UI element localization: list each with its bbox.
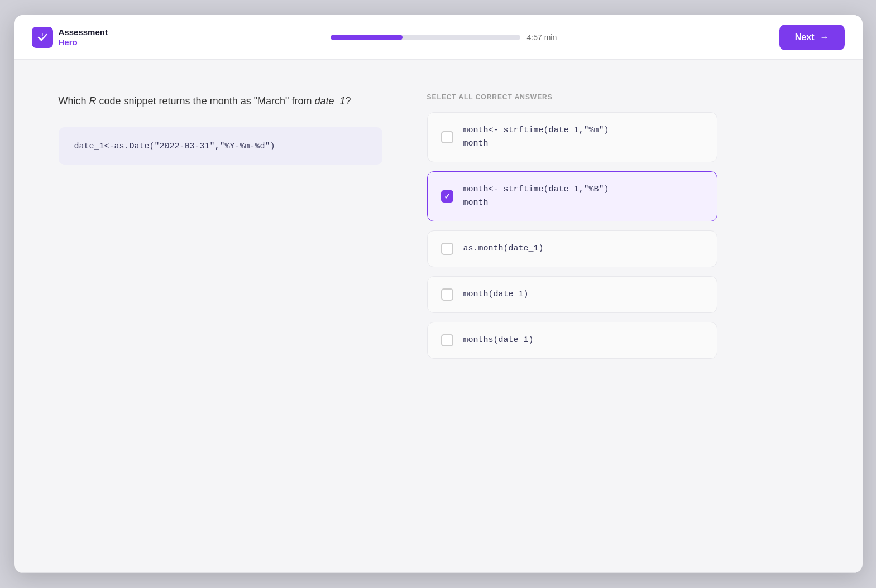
option-code-3: as.month(date_1) — [463, 242, 544, 256]
arrow-right-icon: → — [820, 32, 829, 42]
checkbox-4 — [441, 288, 453, 301]
header: Assessment Hero 4:57 min Next → — [14, 15, 863, 60]
checkmark-icon: ✓ — [444, 192, 451, 201]
progress-bar-container — [331, 35, 520, 40]
logo-line1: Assessment — [59, 27, 108, 37]
main-content: Which R code snippet returns the month a… — [14, 60, 863, 572]
option-code-2: month<- strftime(date_1,"%B")month — [463, 183, 609, 210]
logo-text: Assessment Hero — [59, 27, 108, 47]
code-snippet: date_1<-as.Date("2022-03-31","%Y-%m-%d") — [74, 142, 275, 151]
progress-area: 4:57 min — [331, 33, 557, 42]
footer-divider — [14, 572, 863, 573]
app-window: Assessment Hero 4:57 min Next → Which R … — [14, 15, 863, 573]
checkbox-5 — [441, 334, 453, 346]
select-all-label: SELECT ALL CORRECT ANSWERS — [427, 93, 717, 101]
question-text: Which R code snippet returns the month a… — [59, 93, 382, 109]
answer-option-2[interactable]: ✓ month<- strftime(date_1,"%B")month — [427, 171, 717, 221]
checkbox-3 — [441, 243, 453, 255]
answer-option-4[interactable]: month(date_1) — [427, 276, 717, 313]
answer-option-5[interactable]: months(date_1) — [427, 322, 717, 359]
progress-bar-fill — [331, 35, 403, 40]
code-block: date_1<-as.Date("2022-03-31","%Y-%m-%d") — [59, 127, 382, 165]
left-panel: Which R code snippet returns the month a… — [59, 93, 382, 539]
checkbox-1 — [441, 131, 453, 143]
option-code-5: months(date_1) — [463, 334, 534, 347]
logo-icon — [32, 27, 53, 48]
answer-option-3[interactable]: as.month(date_1) — [427, 230, 717, 267]
progress-time: 4:57 min — [527, 33, 557, 42]
answer-options: month<- strftime(date_1,"%m")month ✓ mon… — [427, 112, 717, 359]
option-code-4: month(date_1) — [463, 288, 529, 301]
option-code-1: month<- strftime(date_1,"%m")month — [463, 124, 609, 151]
answer-option-1[interactable]: month<- strftime(date_1,"%m")month — [427, 112, 717, 162]
right-panel: SELECT ALL CORRECT ANSWERS month<- strft… — [427, 93, 717, 539]
checkbox-2: ✓ — [441, 190, 453, 203]
logo-area: Assessment Hero — [32, 27, 108, 48]
next-button-label: Next — [795, 32, 815, 42]
next-button[interactable]: Next → — [779, 25, 845, 50]
logo-line2: Hero — [59, 37, 108, 47]
